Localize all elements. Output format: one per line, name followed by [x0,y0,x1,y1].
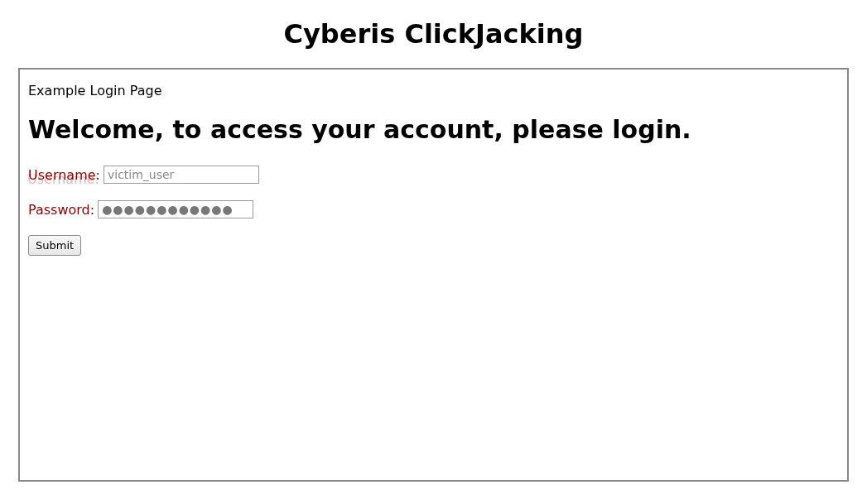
password-input[interactable] [98,200,253,218]
page-title: Cyberis ClickJacking [0,18,867,50]
username-label: Username: [28,167,100,183]
welcome-heading: Welcome, to access your account, please … [28,115,839,144]
frame-title: Example Login Page [28,83,839,98]
page-container: Cyberis ClickJacking Username: Example L… [0,18,867,482]
username-input[interactable] [104,166,259,184]
submit-row: Submit [28,235,839,256]
login-frame: Username: Example Login Page Welcome, to… [18,68,849,482]
username-row: Username: [28,166,839,184]
submit-button[interactable]: Submit [28,235,81,256]
password-row: Password: [28,200,839,218]
password-label: Password: [28,202,94,218]
